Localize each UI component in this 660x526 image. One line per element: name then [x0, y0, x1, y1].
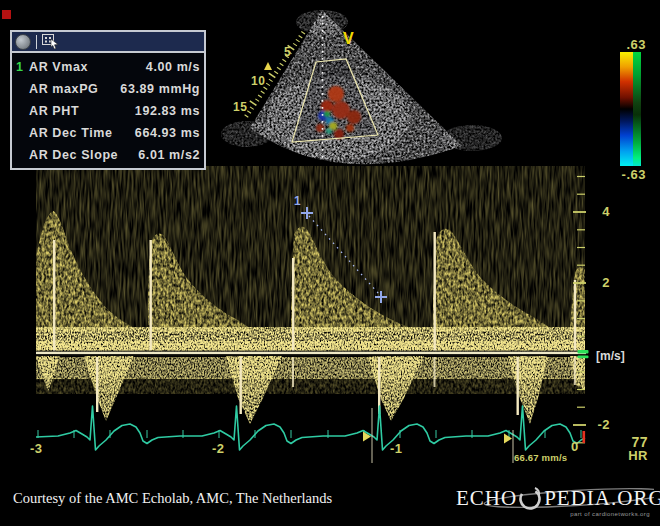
measurement-index: 1 [16, 56, 29, 78]
velocity-label-2: 2 [592, 275, 610, 290]
measurement-value: 4.00 m/s [146, 56, 200, 78]
measurement-label: AR Dec Time [29, 122, 135, 144]
caliper-point-label: 1 [294, 194, 301, 208]
sweep-position-marker [583, 431, 586, 443]
record-marker [2, 10, 11, 19]
measurement-value: 664.93 ms [135, 122, 200, 144]
time-label-minus3: -3 [30, 441, 43, 456]
measurement-label: AR PHT [29, 100, 135, 122]
measurement-label: AR Dec Slope [29, 144, 138, 166]
ecg-trace [36, 406, 585, 450]
depth-label-10: 10 [251, 74, 265, 88]
color-scale-variance-gradient [633, 52, 641, 166]
ultrasound-screen: 1 AR Vmax 4.00 m/s AR maxPG 63.89 mmHg A… [0, 0, 660, 526]
depth-label-5: 5 [284, 45, 291, 59]
measurement-label: AR maxPG [29, 78, 120, 100]
color-scale-bar [620, 52, 641, 166]
logo-prefix: ECHO [456, 486, 517, 511]
depth-label-15: 15 [233, 100, 247, 114]
trackball-indicator-icon[interactable] [15, 34, 31, 50]
header-separator [36, 35, 37, 49]
time-label-zero: 0 [571, 439, 579, 454]
measurement-row: AR Dec Slope 6.01 m/s2 [16, 144, 200, 166]
velocity-label-minus2: -2 [588, 417, 610, 432]
measurement-row: AR maxPG 63.89 mmHg [16, 78, 200, 100]
measurement-value: 6.01 m/s2 [138, 144, 200, 166]
spectral-display [36, 166, 586, 424]
color-scale-velocity-gradient [620, 52, 633, 166]
measurement-panel-header [12, 32, 204, 53]
baseline-line [36, 352, 586, 354]
cursor-icon [51, 39, 58, 49]
time-label-minus1: -1 [390, 441, 403, 456]
measurement-value: 192.83 ms [135, 100, 200, 122]
measurement-label: AR Vmax [29, 56, 146, 78]
logo-suffix: PEDIA.ORG [544, 486, 660, 511]
time-label-minus2: -2 [212, 441, 225, 456]
measurement-row: 1 AR Vmax 4.00 m/s [16, 56, 200, 78]
logo-tagline: part of cardionetworks.org [570, 511, 650, 517]
measurement-row: AR Dec Time 664.93 ms [16, 122, 200, 144]
heart-rate-label: HR [618, 448, 648, 463]
color-scale-max-label: .63 [612, 37, 646, 52]
measurement-list: 1 AR Vmax 4.00 m/s AR maxPG 63.89 mmHg A… [12, 53, 204, 168]
velocity-label-4: 4 [592, 204, 610, 219]
focus-marker-icon [264, 62, 272, 70]
orientation-marker: V [343, 30, 354, 48]
measurement-panel: 1 AR Vmax 4.00 m/s AR maxPG 63.89 mmHg A… [10, 30, 206, 170]
courtesy-text: Courtesy of the AMC Echolab, AMC, The Ne… [13, 490, 332, 507]
echopedia-logo: ECHO PEDIA.ORG part of cardionetworks.or… [456, 479, 654, 523]
measurement-value: 63.89 mmHg [120, 78, 200, 100]
velocity-unit-label: [m/s] [596, 349, 625, 363]
color-scale-min-label: -.63 [604, 167, 646, 182]
caliper-tool-icon[interactable] [42, 34, 60, 49]
sweep-speed-label: 66.67 mm/s [514, 452, 567, 463]
baseline-gap [36, 351, 586, 352]
logo-o-icon [517, 483, 544, 513]
measurement-row: AR PHT 192.83 ms [16, 100, 200, 122]
